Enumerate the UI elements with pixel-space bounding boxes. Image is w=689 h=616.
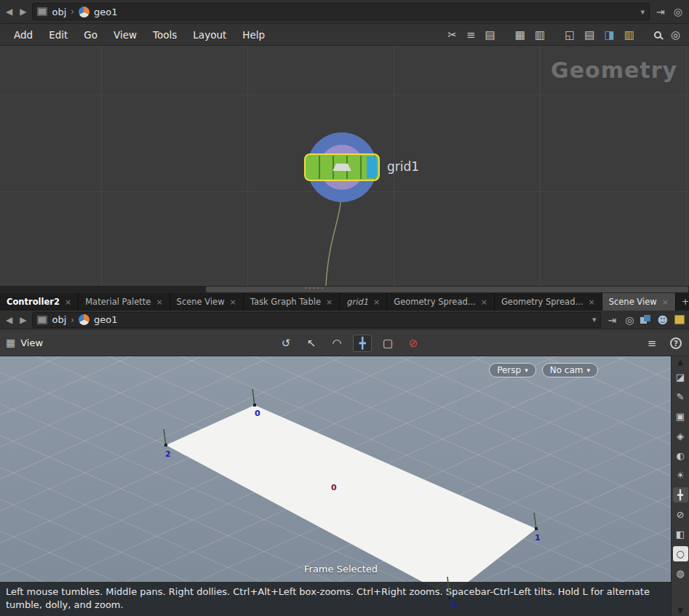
network-editor-pane[interactable]: Geometry grid1 (0, 46, 689, 286)
close-icon[interactable]: × (156, 297, 162, 307)
follow-network-icon[interactable]: ◎ (672, 6, 685, 17)
menu-edit[interactable]: Edit (41, 24, 76, 45)
select-tool-icon[interactable]: ↖ (302, 335, 321, 352)
paint-mask-icon[interactable]: ◍ (673, 566, 688, 581)
follow-network-icon[interactable]: ◎ (623, 314, 636, 326)
view-tool-icon[interactable]: ↺ (276, 335, 295, 352)
menu-go[interactable]: Go (76, 24, 105, 45)
close-icon[interactable]: × (588, 297, 594, 307)
menu-add[interactable]: Add (6, 24, 41, 45)
shelf-icon[interactable]: ▥ (624, 28, 634, 41)
breadcrumb-obj[interactable]: obj (52, 314, 66, 325)
node-output-connector[interactable] (339, 183, 346, 186)
tab-label: grid1 (346, 297, 368, 307)
display-flag[interactable] (367, 156, 377, 178)
clip-icon[interactable]: ◧ (673, 527, 688, 542)
persp-label: Persp (497, 365, 521, 375)
close-icon[interactable]: × (230, 297, 236, 307)
tab-material-palette[interactable]: Material Palette × (79, 293, 170, 311)
breadcrumb-obj[interactable]: obj (52, 7, 66, 17)
scroll-up-icon[interactable]: ▲ (677, 356, 683, 367)
breadcrumb-separator-icon: › (71, 315, 74, 325)
layout-grid-icon[interactable]: ▦ (515, 28, 525, 41)
menu-help[interactable]: Help (234, 24, 273, 45)
visibility-icon[interactable]: ◪ (673, 369, 688, 385)
forward-button[interactable]: ▶ (18, 7, 28, 17)
secure-lock-icon[interactable]: ▣ (673, 409, 688, 424)
handles-tool-icon[interactable]: ╋ (353, 335, 372, 352)
lighting-icon[interactable]: ☀ (673, 468, 688, 483)
viewport-help-text: Left mouse tumbles. Middle pans. Right d… (6, 585, 661, 612)
close-icon[interactable]: × (65, 297, 71, 307)
menu-view[interactable]: View (105, 24, 145, 45)
breadcrumb-geo1[interactable]: geo1 (94, 7, 117, 17)
radar-icon[interactable]: ◎ (671, 28, 680, 41)
tab-label: Material Palette (85, 297, 151, 307)
camera-select-button[interactable]: No cam ▾ (542, 363, 598, 377)
scene-path-bar: ◀ ▶ obj › geo1 ▾ ⇥ ◎ ☻ (0, 311, 689, 329)
tab-controller2[interactable]: Controller2 × (0, 293, 79, 311)
close-icon[interactable]: × (373, 297, 380, 307)
tab-label: Geometry Spread... (501, 297, 583, 307)
tree-view-icon[interactable]: ≡ (466, 28, 476, 41)
obj-context-icon (37, 7, 47, 16)
edit-brush-icon[interactable]: ✎ (673, 389, 688, 404)
add-tab-button[interactable]: + (682, 297, 689, 307)
node-label[interactable]: grid1 (387, 159, 419, 174)
forward-button[interactable]: ▶ (18, 315, 28, 325)
persp-view-button[interactable]: Persp ▾ (489, 363, 536, 377)
lasso-select-icon[interactable]: ◠ (327, 335, 346, 352)
reference-plane-icon[interactable]: ○ (673, 546, 688, 561)
tab-scene-view-2[interactable]: Scene View × (602, 293, 676, 311)
script-editor-icon[interactable]: ▤ (584, 28, 594, 41)
chevron-down-icon: ▾ (525, 367, 528, 374)
breadcrumb-geo1[interactable]: geo1 (94, 314, 117, 325)
obj-context-icon (37, 316, 47, 324)
snap-icon[interactable]: ◈ (673, 428, 688, 444)
link-editor-icon[interactable] (640, 315, 650, 324)
chevron-down-icon: ▾ (586, 367, 590, 374)
tab-task-graph-table[interactable]: Task Graph Table × (244, 293, 340, 311)
box-select-icon[interactable]: ▢ (378, 335, 397, 352)
scene-path-field[interactable]: obj › geo1 ▾ (32, 312, 601, 328)
network-hscrollbar[interactable]: ····· (0, 286, 689, 293)
tab-geometry-spreadsheet-2[interactable]: Geometry Spread... × (495, 293, 602, 311)
viewport-help-bar: Left mouse tumbles. Middle pans. Right d… (0, 582, 671, 616)
tab-grid1[interactable]: grid1 × (340, 293, 387, 311)
close-icon[interactable]: × (326, 297, 332, 307)
help-icon[interactable]: ? (670, 337, 682, 349)
shelf-tab-icon[interactable] (674, 315, 685, 324)
path-history-dropdown-icon[interactable]: ▾ (641, 7, 645, 17)
layout-columns-icon[interactable]: ▥ (535, 28, 545, 41)
nocam-label: No cam (550, 365, 584, 375)
path-history-dropdown-icon[interactable]: ▾ (592, 315, 597, 324)
scene-view-toolbar: ▦ View ↺ ↖ ◠ ╋ ▢ ⊘ ≡ ? (0, 329, 689, 356)
back-button[interactable]: ◀ (4, 315, 14, 325)
grid1-node[interactable] (304, 153, 380, 181)
character-picker-icon[interactable]: ☻ (655, 314, 670, 326)
shading-icon[interactable]: ◐ (673, 448, 688, 463)
pin-icon[interactable]: ⇥ (605, 314, 618, 326)
notes-panel-icon[interactable]: ▤ (485, 28, 495, 41)
network-path-field[interactable]: obj › geo1 ▾ (32, 3, 650, 20)
menu-layout[interactable]: Layout (185, 24, 234, 45)
isolate-icon[interactable]: ⊘ (673, 507, 688, 522)
scissors-icon[interactable]: ✂ (447, 28, 457, 41)
hscrollbar-thumb[interactable] (206, 287, 688, 292)
scene-viewport[interactable]: Persp ▾ No cam ▾ 0 2 1 3 0 Frame Selecte… (0, 356, 671, 616)
back-button[interactable]: ◀ (4, 7, 14, 17)
menu-tools[interactable]: Tools (145, 24, 185, 45)
close-icon[interactable]: × (662, 297, 669, 307)
tab-scene-view-1[interactable]: Scene View × (170, 293, 244, 311)
render-view-icon[interactable]: ◨ (605, 28, 615, 41)
tab-geometry-spreadsheet-1[interactable]: Geometry Spread... × (387, 293, 495, 311)
display-options-icon[interactable]: ≡ (642, 335, 661, 352)
scroll-down-icon[interactable]: ▼ (677, 605, 683, 616)
handles-display-icon[interactable]: ╋ (673, 487, 688, 503)
search-icon[interactable] (654, 31, 661, 39)
pin-icon[interactable]: ⇥ (654, 6, 667, 17)
secure-selection-icon[interactable]: ⊘ (404, 335, 423, 352)
close-icon[interactable]: × (481, 297, 487, 307)
new-desktop-icon[interactable]: ◱ (565, 28, 575, 41)
pane-type-icon[interactable]: ▦ (6, 337, 15, 348)
